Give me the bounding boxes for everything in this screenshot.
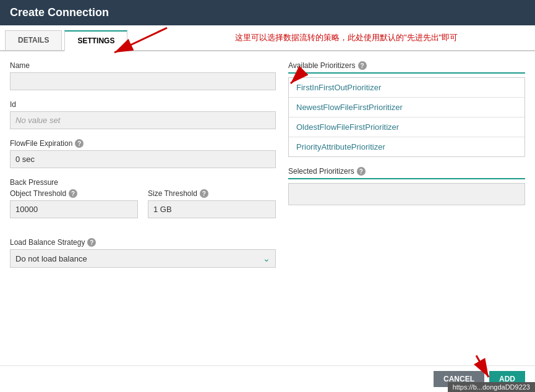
object-threshold-label: Object Threshold ? <box>10 189 138 198</box>
name-label: Name <box>10 61 276 70</box>
list-item[interactable]: NewestFlowFileFirstPrioritizer <box>289 98 524 117</box>
tabs-bar: DETAILS SETTINGS <box>0 25 535 51</box>
back-pressure-label: Back Pressure <box>10 178 276 187</box>
list-item[interactable]: PriorityAttributePrioritizer <box>289 137 524 156</box>
id-value: No value set <box>10 111 276 129</box>
load-balance-value: Do not load balance <box>15 254 87 263</box>
prioritizer-list: FirstInFirstOutPrioritizer NewestFlowFil… <box>288 77 525 157</box>
id-label: Id <box>10 100 276 109</box>
selected-prioritizers-help-icon[interactable]: ? <box>357 167 366 176</box>
selected-prioritizers-section-label: Selected Prioritizers ? <box>288 167 525 179</box>
tab-details[interactable]: DETAILS <box>5 30 62 50</box>
content-area: Name Id No value set FlowFile Expiration… <box>0 51 535 365</box>
load-balance-group: Load Balance Strategy ? Do not load bala… <box>10 238 276 268</box>
object-threshold-group: Object Threshold ? <box>10 189 138 218</box>
load-balance-label: Load Balance Strategy ? <box>10 238 276 247</box>
list-item[interactable]: OldestFlowFileFirstPrioritizer <box>289 117 524 137</box>
available-prioritizers-help-icon[interactable]: ? <box>358 61 367 70</box>
dialog: Create Connection DETAILS SETTINGS Name … <box>0 0 535 392</box>
load-balance-help-icon[interactable]: ? <box>87 238 96 247</box>
object-threshold-input[interactable] <box>10 200 138 218</box>
name-group: Name <box>10 61 276 90</box>
flowfile-expiration-input[interactable] <box>10 150 276 168</box>
right-panel: Available Prioritizers ? FirstInFirstOut… <box>288 61 525 356</box>
size-threshold-group: Size Threshold ? <box>148 189 276 218</box>
selected-prioritizers-box <box>288 183 525 205</box>
size-threshold-input[interactable] <box>148 200 276 218</box>
load-balance-select[interactable]: Do not load balance ⌄ <box>10 249 276 268</box>
id-group: Id No value set <box>10 100 276 129</box>
dialog-title: Create Connection <box>10 6 109 19</box>
back-pressure-inline: Object Threshold ? Size Threshold ? <box>10 189 276 228</box>
left-panel: Name Id No value set FlowFile Expiration… <box>10 61 276 356</box>
available-prioritizers-section-label: Available Prioritizers ? <box>288 61 525 74</box>
flowfile-expiration-label: FlowFile Expiration ? <box>10 139 276 148</box>
object-threshold-help-icon[interactable]: ? <box>69 189 77 198</box>
back-pressure-group: Back Pressure Object Threshold ? Size Th… <box>10 178 276 228</box>
flowfile-expiration-help-icon[interactable]: ? <box>75 139 83 148</box>
list-item[interactable]: FirstInFirstOutPrioritizer <box>289 78 524 98</box>
name-input[interactable] <box>10 72 276 90</box>
flowfile-expiration-group: FlowFile Expiration ? <box>10 139 276 168</box>
load-balance-select-wrapper: Do not load balance ⌄ <box>10 249 276 268</box>
dialog-header: Create Connection <box>0 0 535 25</box>
chevron-down-icon: ⌄ <box>263 254 270 263</box>
url-bar: https://b...dongdaDD9223 <box>448 382 535 392</box>
size-threshold-help-icon[interactable]: ? <box>200 189 208 198</box>
size-threshold-label: Size Threshold ? <box>148 189 276 198</box>
tab-settings[interactable]: SETTINGS <box>64 30 127 51</box>
